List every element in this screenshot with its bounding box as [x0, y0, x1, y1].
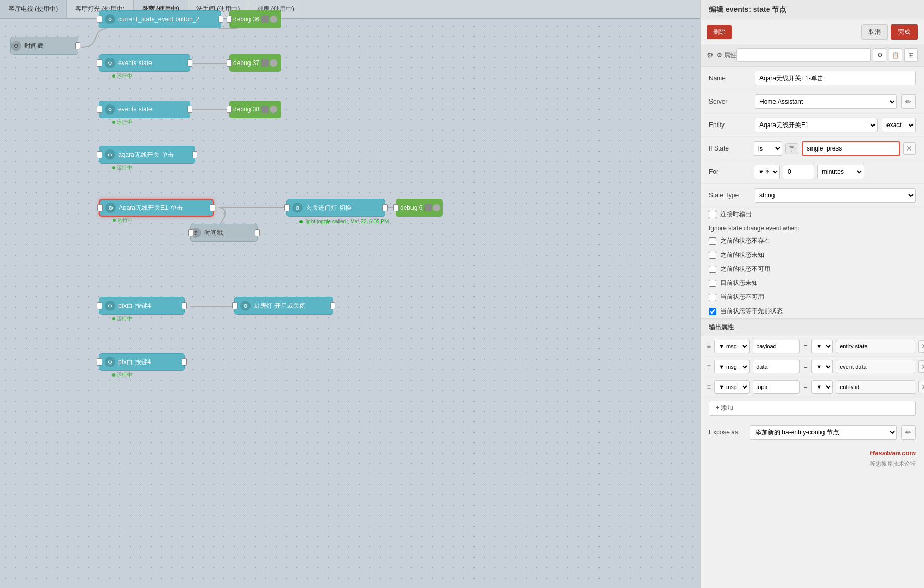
port-left	[188, 229, 193, 236]
ignore-checkbox-2[interactable]	[709, 266, 716, 273]
for-type-select[interactable]: ▼ %	[754, 165, 780, 179]
settings-icon-btn[interactable]: ⚙	[873, 48, 886, 62]
port-right	[192, 151, 197, 158]
server-edit-btn[interactable]: ✏	[901, 94, 916, 109]
port-left	[393, 204, 398, 211]
debug-clear[interactable]	[270, 16, 277, 23]
output-remove-btn-2[interactable]: ✕	[918, 381, 924, 393]
msg-type-select-1[interactable]: ▼ msg.	[714, 360, 750, 373]
section-search-input[interactable]	[736, 48, 871, 62]
port-right	[255, 229, 260, 236]
aqara-e1-status: 运行中	[113, 217, 133, 224]
ignore-item-2: 之前的状态不可用	[701, 262, 924, 276]
port-right	[187, 59, 192, 67]
value-type-select-0[interactable]: ▼	[811, 340, 833, 353]
for-unit-select[interactable]: minutes	[817, 165, 864, 179]
panel-toolbar: 删除 取消 完成	[701, 20, 924, 44]
state-type-select[interactable]: string	[755, 188, 916, 203]
msg-key-input-2[interactable]	[753, 380, 800, 394]
debug-toggle[interactable]	[261, 16, 269, 23]
ignore-item-3: 目前状态未知	[701, 276, 924, 290]
for-value-input[interactable]	[783, 165, 814, 179]
state-type-label: State Type	[709, 192, 751, 199]
ignore-checkbox-4[interactable]	[709, 294, 716, 301]
aqara-e1-node[interactable]: ⚙ Aqara无线开关E1-单击 运行中	[99, 199, 214, 217]
msg-type-select-0[interactable]: ▼ msg.	[714, 340, 750, 353]
debug-toggle[interactable]	[424, 204, 432, 211]
msg-key-input-0[interactable]	[753, 340, 800, 353]
kitchen-light-node[interactable]: ⚙ 厨房灯-开启或关闭	[234, 297, 333, 315]
server-select[interactable]: Home Assistant	[755, 94, 897, 109]
flow-canvas[interactable]: 客厅电视 (使用中) 客厅灯光 (使用中) 卧室 (使用中) 洗手间 (使用中)…	[0, 0, 700, 588]
drag-handle-2[interactable]: ≡	[707, 383, 711, 391]
msg-key-input-1[interactable]	[753, 360, 800, 373]
ptx-btn4-2-status: 运行中	[112, 371, 132, 379]
ignore-label-2: 之前的状态不可用	[720, 265, 770, 273]
export-icon-btn[interactable]: 📋	[889, 48, 902, 62]
expose-edit-btn[interactable]: ✏	[901, 425, 916, 440]
debug38-node[interactable]: debug 38	[229, 101, 281, 118]
output-remove-btn-0[interactable]: ✕	[918, 340, 924, 353]
done-button[interactable]: 完成	[891, 24, 918, 40]
ignore-item-5: 当前状态等于先前状态	[701, 304, 924, 318]
section-label: ⚙ 属性	[717, 51, 736, 60]
events-state-2-node[interactable]: ⚙ events state 运行中	[99, 101, 190, 118]
port-left	[232, 302, 238, 309]
debug-clear[interactable]	[270, 59, 277, 67]
events-state-1-node[interactable]: ⚙ events state 运行中	[99, 54, 190, 72]
value-input-2	[836, 380, 915, 394]
connect-output-checkbox[interactable]	[709, 211, 716, 218]
events-state-2-label: events state	[118, 106, 152, 113]
output-remove-btn-1[interactable]: ✕	[918, 360, 924, 373]
port-left	[97, 151, 102, 158]
ptx-btn4-1-node[interactable]: ⚙ ptx白-按键4 运行中	[99, 297, 185, 315]
ignore-item-1: 之前的状态未知	[701, 248, 924, 262]
xuanguan-light-node[interactable]: ⚙ 玄关进门灯-切换 light.toggle called ; Mar 23,…	[286, 199, 385, 217]
debug38-label: debug 38	[233, 106, 259, 113]
if-state-value-input[interactable]	[802, 141, 900, 156]
debug6-node[interactable]: debug 6	[396, 199, 443, 217]
delete-button[interactable]: 删除	[707, 25, 732, 39]
name-input[interactable]	[755, 71, 916, 85]
time-node-1[interactable]: ⏱ 时间戳	[10, 37, 78, 55]
entity-select[interactable]: Aqara无线开关E1	[755, 118, 878, 132]
aqara-e1-icon: ⚙	[105, 203, 116, 213]
eq-sign-1: =	[803, 363, 808, 370]
if-state-remove-btn[interactable]: ✕	[903, 142, 916, 155]
ignore-title: Ignore state change event when:	[701, 221, 924, 234]
current-state-node[interactable]: ⚙ current_state_event.button_2	[99, 10, 221, 28]
ignore-checkbox-1[interactable]	[709, 252, 716, 259]
more-icon-btn[interactable]: ⊞	[904, 48, 918, 62]
debug37-node[interactable]: debug 37	[229, 54, 281, 72]
msg-type-select-2[interactable]: ▼ msg.	[714, 380, 750, 394]
debug-clear[interactable]	[270, 106, 277, 113]
expose-select[interactable]: 添加新的 ha-entity-config 节点	[750, 425, 897, 440]
debug-toggle[interactable]	[261, 106, 269, 113]
port-left	[97, 16, 102, 23]
gear-icon: ⚙	[707, 51, 714, 59]
add-output-btn[interactable]: + 添加	[709, 401, 916, 416]
server-label: Server	[709, 98, 751, 105]
debug-clear[interactable]	[433, 204, 440, 211]
drag-handle-1[interactable]: ≡	[707, 362, 711, 371]
section-header: ⚙ ⚙ 属性 ⚙ 📋 ⊞	[701, 44, 924, 67]
debug-toggle[interactable]	[261, 59, 269, 67]
entity-match-select[interactable]: exact	[882, 118, 916, 132]
drag-handle-0[interactable]: ≡	[707, 342, 711, 351]
entity-label: Entity	[709, 121, 751, 129]
tab-living-tv[interactable]: 客厅电视 (使用中)	[0, 0, 67, 18]
cancel-button[interactable]: 取消	[861, 24, 888, 40]
value-type-select-2[interactable]: ▼	[811, 380, 833, 394]
if-state-is-select[interactable]: is	[754, 141, 782, 156]
events-state-1-label: events state	[118, 59, 152, 67]
time-node-2[interactable]: ⏱ 时间戳	[190, 224, 258, 242]
value-type-select-1[interactable]: ▼	[811, 360, 833, 373]
name-row: Name	[701, 67, 924, 90]
aqara-single-node[interactable]: ⚙ aqara无线开关-单击 运行中	[99, 146, 195, 164]
ignore-checkbox-0[interactable]	[709, 237, 716, 245]
ignore-checkbox-3[interactable]	[709, 280, 716, 287]
debug36-node[interactable]: debug 36	[229, 10, 281, 28]
ptx-btn4-2-node[interactable]: ⚙ ptx白-按键4 运行中	[99, 353, 185, 371]
ignore-checkbox-5[interactable]	[709, 308, 716, 315]
if-state-row: If State is 字 ✕	[701, 137, 924, 160]
